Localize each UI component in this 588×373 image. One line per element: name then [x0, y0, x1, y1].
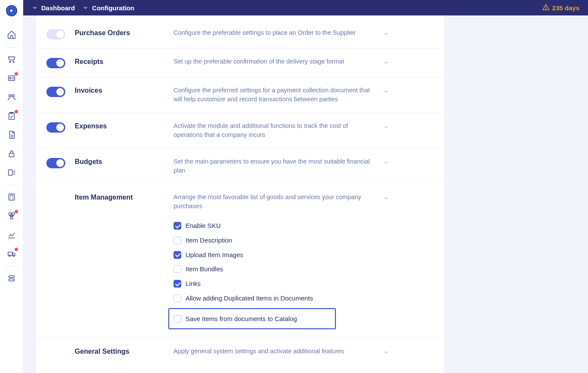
chevron-up-icon[interactable] [380, 193, 393, 201]
check-label: Save Items from documents to Catalog [186, 314, 297, 324]
check-row[interactable]: Enable SKU [174, 218, 371, 233]
section-item_management: Item ManagementArrange the most favorabl… [36, 184, 444, 338]
sidebar-divider [5, 47, 18, 48]
svg-rect-11 [9, 212, 11, 215]
checkbox[interactable] [174, 315, 181, 323]
nav-inventory[interactable] [3, 164, 21, 182]
svg-point-4 [9, 77, 11, 79]
chevron-down-icon[interactable] [380, 347, 393, 355]
chevron-down-icon[interactable] [380, 157, 393, 166]
section-title: Receipts [75, 57, 165, 66]
checkbox[interactable] [174, 222, 181, 230]
check-row[interactable]: Save Items from documents to Catalog [174, 314, 331, 324]
chevron-down-icon[interactable] [380, 121, 393, 130]
budgets-toggle[interactable] [46, 158, 65, 168]
nav-cart[interactable] [3, 51, 21, 69]
nav-vendor[interactable] [3, 70, 21, 88]
checkbox[interactable] [174, 237, 181, 244]
breadcrumb-configuration[interactable]: Configuration [92, 4, 134, 12]
section-description: Activate the module and additional funct… [174, 121, 371, 139]
toggle-stack-icon [7, 273, 16, 284]
section-description: Arrange the most favorable list of goods… [174, 193, 371, 211]
check-label: Upload Item Images [186, 250, 243, 260]
checkbox[interactable] [174, 265, 181, 273]
section-description: Configure the preferred settings for a p… [174, 86, 371, 104]
section-title: Item Management [75, 193, 165, 201]
check-row[interactable]: Links [174, 276, 371, 291]
section-description: Set the main parameters to ensure you ha… [174, 157, 371, 175]
nav-shipping[interactable] [3, 245, 21, 263]
section-title: General Settings [75, 347, 165, 355]
section-expenses: ExpensesActivate the module and addition… [36, 113, 444, 149]
check-row[interactable]: Allow adding Duplicated Items in Documen… [174, 291, 371, 306]
svg-point-6 [12, 94, 14, 97]
checkbox[interactable] [174, 280, 181, 288]
app-logo [4, 3, 19, 18]
section-description: Configure the preferable settings to pla… [174, 28, 371, 37]
section-title: Invoices [75, 86, 165, 94]
svg-rect-13 [10, 216, 13, 219]
badge-dot [15, 110, 18, 113]
svg-point-16 [13, 255, 14, 257]
svg-rect-14 [8, 252, 12, 255]
section-title: Purchase Orders [75, 28, 165, 37]
section-description: Set up the preferable confirmation of th… [174, 57, 371, 66]
settings-panel: Purchase OrdersConfigure the preferable … [36, 15, 444, 373]
svg-point-1 [9, 61, 10, 63]
nav-analytics[interactable] [3, 226, 21, 244]
svg-point-19 [545, 9, 546, 9]
section-title: Budgets [75, 157, 165, 166]
main-content: Purchase OrdersConfigure the preferable … [23, 15, 588, 373]
sidebar-divider [5, 266, 18, 267]
sidebar [0, 0, 23, 373]
section-invoices: InvoicesConfigure the preferred settings… [36, 77, 444, 113]
check-label: Item Bundles [186, 264, 223, 274]
svg-point-5 [9, 94, 11, 97]
section-budgets: BudgetsSet the main parameters to ensure… [36, 149, 444, 184]
section-purchase_orders: Purchase OrdersConfigure the preferable … [36, 20, 444, 49]
badge-dot [15, 210, 18, 213]
nav-team[interactable] [3, 88, 21, 106]
section-general_settings: General SettingsApply general system set… [36, 338, 444, 364]
checkbox[interactable] [174, 294, 181, 302]
receipts-toggle[interactable] [46, 58, 65, 68]
nav-approvals[interactable] [3, 107, 21, 125]
check-row[interactable]: Item Description [174, 233, 371, 248]
sidebar-divider [5, 185, 18, 185]
nav-integrations[interactable] [3, 270, 21, 288]
chevron-down-icon[interactable] [380, 28, 393, 37]
chevron-down-icon[interactable] [32, 5, 38, 11]
svg-rect-9 [8, 170, 12, 175]
svg-rect-8 [9, 153, 14, 157]
chevron-down-icon[interactable] [380, 86, 393, 94]
check-row[interactable]: Item Bundles [174, 262, 371, 276]
nav-home[interactable] [3, 26, 21, 44]
section-description: Apply general system settings and activa… [174, 347, 371, 356]
check-label: Allow adding Duplicated Items in Documen… [186, 294, 313, 303]
check-label: Item Description [186, 236, 232, 245]
check-row[interactable]: Upload Item Images [174, 248, 371, 262]
svg-point-2 [13, 61, 14, 63]
purchase_orders-toggle [46, 29, 65, 39]
expenses-toggle[interactable] [46, 122, 65, 133]
trial-badge[interactable]: 235 days [542, 3, 579, 12]
section-receipts: ReceiptsSet up the preferable confirmati… [36, 49, 444, 77]
chevron-down-icon[interactable] [82, 5, 88, 11]
nav-catalog[interactable] [3, 145, 21, 163]
chevron-down-icon[interactable] [380, 57, 393, 66]
trial-days-label: 235 days [552, 4, 579, 12]
svg-rect-17 [9, 276, 14, 278]
nav-company[interactable] [3, 207, 21, 225]
warning-icon [542, 3, 550, 12]
invoices-toggle[interactable] [46, 87, 65, 97]
section-title: Expenses [75, 121, 165, 130]
check-label: Enable SKU [186, 221, 221, 230]
breadcrumb-dashboard[interactable]: Dashboard [41, 4, 75, 12]
item-management-checklist: Enable SKUItem DescriptionUpload Item Im… [174, 218, 371, 329]
chart-line-icon [7, 230, 16, 241]
nav-documents[interactable] [3, 126, 21, 144]
nav-reports[interactable] [3, 188, 21, 206]
box-list-icon [7, 168, 16, 179]
home-icon [7, 30, 16, 41]
checkbox[interactable] [174, 251, 181, 259]
